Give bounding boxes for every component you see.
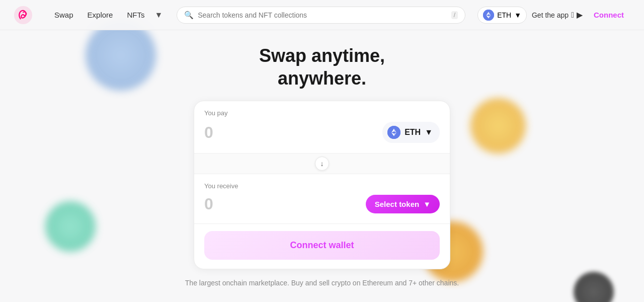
pay-section: You pay 0 ETH ▼ [194, 101, 450, 153]
main-nav: Swap Explore NFTs ▼ [48, 8, 165, 23]
receive-label: You receive [204, 182, 440, 190]
nav-item-swap[interactable]: Swap [48, 8, 79, 22]
nav-more-chevron[interactable]: ▼ [152, 8, 165, 23]
pay-amount[interactable]: 0 [204, 123, 213, 142]
pay-label: You pay [204, 109, 440, 117]
apple-icon:  [571, 11, 574, 20]
connect-button[interactable]: Connect [588, 8, 630, 22]
main-content: Swap anytime, anywhere. You pay 0 [0, 30, 644, 288]
swap-divider: ↓ [194, 153, 450, 174]
search-bar[interactable]: 🔍 / [177, 7, 465, 24]
connect-wallet-section: Connect wallet [194, 223, 450, 269]
network-label: ETH [497, 11, 511, 19]
pay-token-selector[interactable]: ETH ▼ [382, 122, 440, 143]
receive-section: You receive 0 Select token ▼ [194, 174, 450, 223]
swap-direction-button[interactable]: ↓ [315, 157, 329, 171]
connect-wallet-button[interactable]: Connect wallet [204, 231, 440, 260]
navbar: Swap Explore NFTs ▼ 🔍 / ETH ▼ Get the a [0, 0, 644, 30]
svg-point-1 [483, 10, 494, 21]
logo[interactable] [14, 6, 32, 24]
pay-token-label: ETH [405, 128, 421, 137]
footer-description: The largest onchain marketplace. Buy and… [185, 277, 459, 288]
search-input[interactable] [198, 11, 447, 19]
network-selector[interactable]: ETH ▼ [477, 7, 527, 24]
hero-title: Swap anytime, anywhere. [259, 44, 385, 90]
navbar-right: ETH ▼ Get the app  ▶ Connect [477, 7, 630, 24]
nav-item-explore[interactable]: Explore [82, 8, 119, 22]
google-play-icon: ▶ [577, 10, 583, 20]
swap-card: You pay 0 ETH ▼ [194, 101, 450, 269]
select-token-chevron: ▼ [423, 200, 431, 208]
get-app-label: Get the app [532, 11, 569, 19]
search-icon: 🔍 [184, 11, 194, 20]
pay-token-chevron: ▼ [425, 128, 433, 137]
network-chevron: ▼ [514, 11, 521, 19]
receive-amount[interactable]: 0 [204, 195, 213, 213]
search-shortcut: / [451, 11, 458, 19]
select-token-button[interactable]: Select token ▼ [366, 195, 440, 213]
nav-item-nfts[interactable]: NFTs [121, 8, 150, 22]
select-token-label: Select token [375, 200, 419, 208]
get-app-button[interactable]: Get the app  ▶ [532, 10, 583, 20]
svg-point-2 [387, 126, 400, 139]
